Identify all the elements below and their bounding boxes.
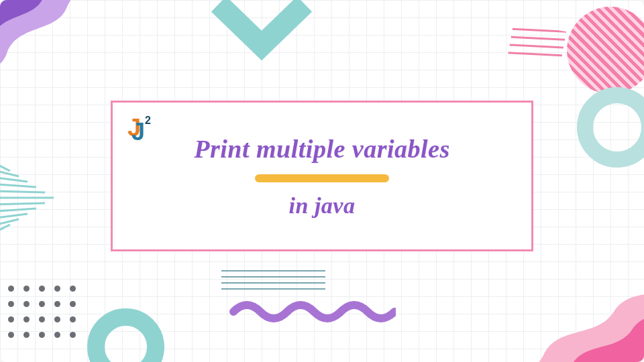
- blob-top-left: [0, 0, 127, 94]
- ring-bottom-left: [87, 308, 164, 362]
- wave-decor: [228, 298, 396, 325]
- horizontal-lines: [221, 270, 325, 292]
- ring-right: [577, 87, 644, 168]
- svg-line-9: [0, 164, 10, 171]
- logo-letter-shadow: J: [131, 118, 145, 145]
- dot-grid: [8, 286, 89, 353]
- svg-line-0: [513, 22, 567, 38]
- svg-line-2: [509, 38, 564, 54]
- title-line-2: in java: [289, 193, 356, 219]
- svg-line-5: [0, 191, 45, 192]
- triangle-lines: [0, 164, 54, 231]
- blob-bottom-right: [483, 248, 644, 362]
- svg-line-12: [0, 214, 28, 218]
- svg-line-14: [0, 225, 10, 231]
- svg-line-3: [508, 46, 562, 62]
- logo-superscript: 2: [145, 115, 151, 126]
- title-card: J J 2 Print multiple variables in java: [111, 101, 533, 251]
- svg-line-13: [0, 219, 19, 225]
- svg-line-10: [0, 203, 45, 204]
- logo-j2: J J 2: [126, 112, 160, 145]
- svg-line-7: [0, 178, 28, 182]
- chevron-decor: [208, 0, 315, 67]
- diagonal-lines: [507, 22, 566, 68]
- svg-line-1: [511, 30, 566, 46]
- svg-line-8: [0, 171, 19, 176]
- svg-line-11: [0, 208, 36, 211]
- tutorial-banner: J J 2 Print multiple variables in java: [0, 0, 644, 362]
- striped-circle: [567, 7, 644, 94]
- accent-underline: [255, 174, 389, 182]
- title-line-1: Print multiple variables: [194, 134, 449, 164]
- svg-line-6: [0, 184, 36, 187]
